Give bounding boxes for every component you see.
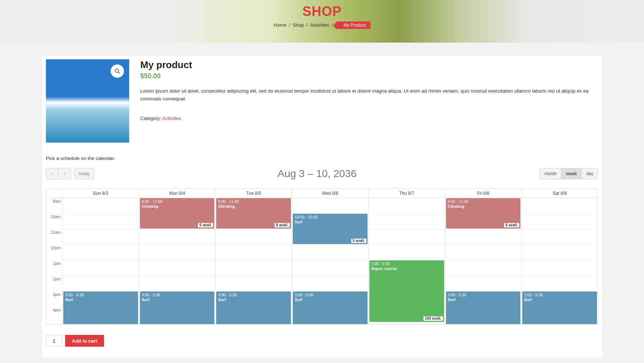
svg-point-0	[115, 69, 118, 72]
event-time: 3:00 - 5:30	[524, 293, 595, 297]
event-name: Surf	[218, 297, 289, 302]
product-image[interactable]	[46, 59, 129, 143]
product-title: My product	[140, 59, 598, 71]
chevron-right-icon	[63, 172, 67, 176]
calendar-toolbar: today Aug 3 – 10, 2036 month week day	[46, 168, 598, 180]
prev-button[interactable]	[46, 168, 58, 179]
view-month-button[interactable]: month	[540, 168, 561, 179]
event-availability: 6 avail.	[275, 223, 290, 227]
event-time: 3:00 - 5:30	[448, 293, 519, 297]
calendar-day-column: 10:00 - 12:00Surf5 avail.3:00 - 5:30Surf…	[292, 198, 369, 324]
event-name: Surf	[448, 297, 519, 302]
event-time: 3:00 - 5:30	[295, 293, 366, 297]
time-label: 2pm	[46, 276, 62, 292]
product-info: My product $50.00 Lorem ipsum dolor sit …	[140, 59, 598, 143]
event-time: 1:00 - 5:00	[371, 262, 442, 266]
view-day-button[interactable]: day	[581, 168, 598, 179]
hero-header: SHOP Home / Shop / Activities / My Produ…	[0, 0, 644, 43]
event-availability: 6 avail.	[504, 223, 519, 227]
time-label: 9am	[46, 198, 62, 214]
time-label: 5pm	[46, 323, 62, 324]
event-name: Climbing	[142, 204, 213, 209]
calendar-event[interactable]: 3:00 - 5:30Surf10 avail.	[216, 292, 291, 324]
event-time: 3:00 - 5:30	[218, 293, 289, 297]
breadcrumb-home[interactable]: Home	[274, 22, 286, 28]
breadcrumb-current: My Product	[337, 21, 370, 29]
event-time: 9:00 - 11:00	[142, 199, 213, 204]
calendar-event[interactable]: 3:00 - 5:30Surf10 avail.	[522, 292, 597, 324]
calendar-event[interactable]: 1:00 - 5:00Ropes course150 avail.	[369, 260, 444, 322]
event-name: Surf	[524, 297, 595, 302]
calendar-event[interactable]: 9:00 - 11:00Climbing6 avail.	[446, 198, 521, 229]
event-time: 3:00 - 5:30	[65, 293, 136, 297]
time-label: 12pm	[46, 245, 62, 260]
chevron-left-icon	[50, 172, 54, 176]
calendar-day-column: 3:00 - 5:30Surf10 avail.	[63, 198, 139, 324]
calendar-event[interactable]: 10:00 - 12:00Surf5 avail.	[293, 214, 368, 244]
category-link[interactable]: Activities	[162, 116, 181, 121]
breadcrumb-activities[interactable]: Activities	[310, 22, 329, 28]
event-availability: 5 avail.	[351, 239, 366, 243]
calendar-event[interactable]: 3:00 - 5:30Surf10 avail.	[63, 292, 138, 324]
calendar-view-group: month week day	[540, 168, 598, 179]
time-label: 3pm	[46, 292, 62, 307]
calendar-day-column: 9:00 - 11:00Climbing6 avail.3:00 - 5:30S…	[215, 198, 292, 324]
calendar-day-header: Thu 8/7	[369, 189, 445, 198]
calendar: Sun 8/3Mon 8/4Tue 8/5Wed 8/6Thu 8/7Fri 8…	[46, 189, 598, 324]
event-name: Surf	[295, 220, 366, 224]
event-availability: 150 avail.	[423, 316, 443, 321]
breadcrumb: Home / Shop / Activities / My Product	[0, 21, 644, 29]
event-time: 9:00 - 11:00	[448, 199, 519, 204]
calendar-event[interactable]: 3:00 - 5:30Surf10 avail.	[446, 292, 521, 324]
calendar-header-row: Sun 8/3Mon 8/4Tue 8/5Wed 8/6Thu 8/7Fri 8…	[46, 189, 598, 198]
breadcrumb-shop[interactable]: Shop	[293, 22, 304, 28]
time-label: 1pm	[46, 260, 62, 276]
main-card: My product $50.00 Lorem ipsum dolor sit …	[42, 56, 602, 358]
event-time: 3:00 - 5:30	[142, 293, 213, 297]
svg-line-1	[118, 72, 120, 73]
today-button[interactable]: today	[74, 168, 94, 179]
calendar-nav-group	[46, 168, 71, 179]
calendar-event[interactable]: 3:00 - 5:30Surf10 avail.	[293, 292, 368, 324]
search-icon	[114, 68, 120, 74]
calendar-day-header: Wed 8/6	[292, 189, 369, 198]
add-to-cart-row: Add to cart	[46, 335, 598, 347]
calendar-event[interactable]: 9:00 - 11:00Climbing6 avail.	[216, 198, 291, 229]
product-price: $50.00	[140, 72, 598, 80]
event-name: Surf	[142, 297, 213, 302]
calendar-day-column: 1:00 - 5:00Ropes course150 avail.	[369, 198, 445, 324]
time-label: 11am	[46, 229, 62, 245]
view-week-button[interactable]: week	[561, 168, 581, 179]
event-name: Climbing	[448, 204, 519, 209]
time-label: 4pm	[46, 307, 62, 323]
calendar-day-header: Mon 8/4	[139, 189, 216, 198]
calendar-day-column: 9:00 - 11:00Climbing6 avail.3:00 - 5:30S…	[139, 198, 216, 324]
zoom-button[interactable]	[111, 64, 124, 78]
calendar-day-header: Tue 8/5	[215, 189, 292, 198]
calendar-body: 9am10am11am12pm1pm2pm3pm4pm5pm 3:00 - 5:…	[46, 198, 598, 324]
event-name: Surf	[65, 297, 136, 302]
calendar-day-header: Sat 8/9	[521, 189, 598, 198]
add-to-cart-button[interactable]: Add to cart	[65, 335, 104, 347]
page-title: SHOP	[0, 4, 644, 19]
calendar-day-header: Sun 8/3	[63, 189, 139, 198]
quantity-input[interactable]	[46, 335, 62, 347]
calendar-event[interactable]: 3:00 - 5:30Surf10 avail.	[140, 292, 215, 324]
event-name: Surf	[295, 297, 366, 302]
next-button[interactable]	[58, 168, 71, 179]
time-gutter: 9am10am11am12pm1pm2pm3pm4pm5pm	[46, 198, 63, 324]
event-time: 9:00 - 11:00	[218, 199, 289, 204]
event-time: 10:00 - 12:00	[295, 215, 366, 220]
event-name: Climbing	[218, 204, 289, 209]
calendar-title: Aug 3 – 10, 2036	[278, 168, 356, 180]
product-description: Lorem ipsum dolor sit amet, consectetur …	[140, 87, 598, 103]
calendar-day-column: 3:00 - 5:30Surf10 avail.	[521, 198, 598, 324]
product-meta: Category: Activities	[140, 116, 598, 121]
schedule-label: Pick a schedule on the calendar:	[46, 156, 598, 161]
time-label: 10am	[46, 214, 62, 229]
calendar-day-header: Fri 8/8	[445, 189, 522, 198]
event-name: Ropes course	[371, 266, 442, 271]
event-availability: 6 avail.	[198, 223, 213, 227]
calendar-day-column: 9:00 - 11:00Climbing6 avail.3:00 - 5:30S…	[445, 198, 522, 324]
calendar-event[interactable]: 9:00 - 11:00Climbing6 avail.	[140, 198, 215, 229]
